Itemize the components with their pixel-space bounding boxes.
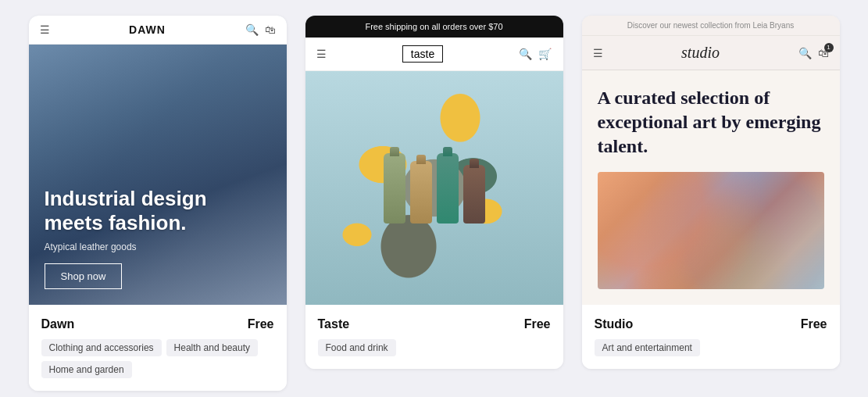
dawn-card[interactable]: ☰ DAWN 🔍 🛍 Industrial design meets fashi… [29, 16, 287, 391]
studio-nav-icons: 🔍 🛍 1 [798, 47, 829, 59]
dawn-nav: ☰ DAWN 🔍 🛍 [29, 16, 287, 45]
studio-hero-title: A curated selection of exceptional art b… [598, 86, 824, 159]
dawn-shop-now-button[interactable]: Shop now [45, 263, 123, 289]
studio-art-image [598, 172, 824, 289]
bottle-3 [437, 153, 459, 224]
studio-card-info: Studio Free Art and entertainment [582, 305, 840, 369]
cart-badge: 1 [824, 43, 834, 52]
dawn-hero: Industrial design meets fashion. Atypica… [29, 45, 287, 305]
tag-art[interactable]: Art and entertainment [595, 339, 700, 356]
cart-icon[interactable]: 🛒 [538, 48, 552, 60]
menu-icon[interactable]: ☰ [316, 48, 327, 60]
themes-grid: ☰ DAWN 🔍 🛍 Industrial design meets fashi… [16, 16, 852, 391]
tag-home[interactable]: Home and garden [41, 361, 132, 378]
studio-hero: A curated selection of exceptional art b… [582, 70, 840, 305]
search-icon[interactable]: 🔍 [519, 48, 532, 60]
studio-nav: ☰ studio 🔍 🛍 1 [582, 36, 840, 70]
studio-preview: Discover our newest collection from Leia… [582, 16, 840, 305]
studio-top-banner: Discover our newest collection from Leia… [582, 16, 840, 36]
dawn-card-info: Dawn Free Clothing and accessories Healt… [29, 305, 287, 391]
taste-nav: ☰ taste 🔍 🛒 [305, 38, 563, 71]
tag-health[interactable]: Health and beauty [166, 339, 258, 356]
cart-icon[interactable]: 🛍 [265, 23, 276, 36]
taste-preview: Free shipping on all orders over $70 ☰ t… [305, 16, 563, 305]
taste-title-row: Taste Free [318, 317, 551, 331]
taste-tags: Food and drink [318, 339, 551, 356]
taste-hero [305, 71, 563, 305]
studio-card[interactable]: Discover our newest collection from Leia… [582, 16, 840, 369]
taste-theme-name: Taste [318, 317, 350, 331]
bottle-4 [463, 165, 485, 224]
dawn-hero-title: Industrial design meets fashion. [45, 187, 271, 235]
studio-logo: studio [681, 44, 720, 62]
dawn-hero-content: Industrial design meets fashion. Atypica… [45, 187, 271, 289]
dawn-preview: ☰ DAWN 🔍 🛍 Industrial design meets fashi… [29, 16, 287, 305]
taste-logo: taste [402, 45, 443, 63]
taste-banner: Free shipping on all orders over $70 [305, 16, 563, 38]
cart-icon[interactable]: 🛍 1 [818, 47, 829, 59]
dawn-title-row: Dawn Free [41, 317, 274, 331]
studio-theme-price: Free [801, 317, 827, 331]
tag-food[interactable]: Food and drink [318, 339, 396, 356]
tag-clothing[interactable]: Clothing and accessories [41, 339, 162, 356]
bottle-1 [384, 153, 405, 224]
taste-card[interactable]: Free shipping on all orders over $70 ☰ t… [305, 16, 563, 369]
taste-nav-icons: 🔍 🛒 [519, 48, 552, 60]
taste-card-info: Taste Free Food and drink [305, 305, 563, 369]
menu-icon[interactable]: ☰ [40, 23, 50, 36]
taste-theme-price: Free [524, 317, 551, 331]
search-icon[interactable]: 🔍 [245, 23, 259, 36]
menu-icon[interactable]: ☰ [593, 47, 603, 59]
studio-title-row: Studio Free [595, 317, 827, 331]
bottles [384, 153, 485, 224]
dawn-theme-name: Dawn [41, 317, 75, 331]
dawn-nav-icons: 🔍 🛍 [245, 23, 276, 36]
taste-product-image [305, 71, 563, 305]
dawn-logo: DAWN [129, 23, 166, 36]
search-icon[interactable]: 🔍 [798, 47, 812, 59]
dawn-hero-subtitle: Atypical leather goods [45, 241, 271, 252]
dawn-theme-price: Free [248, 317, 274, 331]
dawn-tags: Clothing and accessories Health and beau… [41, 339, 274, 378]
studio-tags: Art and entertainment [595, 339, 827, 356]
bottle-2 [410, 161, 432, 224]
studio-theme-name: Studio [595, 317, 634, 331]
